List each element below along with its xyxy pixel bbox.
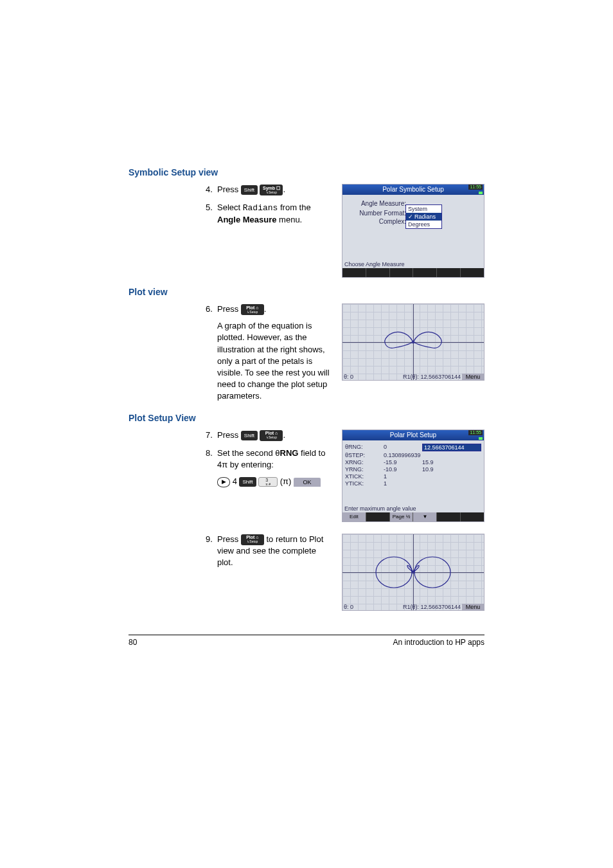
fig1-titlebar: Polar Symbolic Setup 11:55 bbox=[342, 185, 484, 195]
fig3-row: YTICK:1 bbox=[345, 480, 481, 487]
plot-curve-partial bbox=[342, 304, 484, 380]
figure-plot-partial: θ: 0 R1(θ): 12.5663706144 Menu bbox=[342, 303, 484, 381]
fig1-softkeys bbox=[342, 268, 484, 277]
fig4-r1: R1(θ): 12.5663706144 bbox=[353, 604, 462, 610]
key-symb: Symb ☐ ↳Setup bbox=[260, 185, 283, 195]
fig2-theta: θ: 0 bbox=[342, 374, 353, 380]
figure-plot-setup: Polar Plot Setup 11:55 θRNG:012.56637061… bbox=[342, 429, 484, 522]
svg-point-2 bbox=[376, 557, 412, 588]
key-cursor-right-icon: ▶ bbox=[217, 477, 230, 487]
key-plot-9: Plot ⌂ ↳Setup bbox=[241, 534, 264, 545]
fig3-row: YRNG:-10.910.9 bbox=[345, 466, 481, 473]
step-6-para: A graph of the equation is plotted. Howe… bbox=[217, 320, 334, 402]
fig4-menu-button: Menu bbox=[462, 604, 484, 610]
fig3-status: Enter maximum angle value bbox=[342, 505, 484, 512]
page-number: 80 bbox=[129, 638, 137, 647]
fig1-dropdown: System Radians Degrees bbox=[405, 204, 442, 229]
heading-plot-setup-view: Plot Setup View bbox=[129, 413, 484, 423]
key-shift: Shift bbox=[241, 185, 258, 195]
fig3-soft-page: Page ½ bbox=[390, 512, 414, 521]
step-6-num: 6. bbox=[206, 303, 217, 402]
fig1-complex-label: Complex: bbox=[345, 218, 409, 225]
key-plot-7: Plot ⌂ ↳Setup bbox=[260, 430, 283, 441]
key-shift-8: Shift bbox=[239, 477, 256, 487]
heading-plot-view: Plot view bbox=[129, 287, 484, 297]
fig3-row: θRNG:012.5663706144 bbox=[345, 444, 481, 451]
step-4-pre: Press bbox=[217, 185, 241, 194]
step-4: 4. Press Shift Symb ☐ ↳Setup . bbox=[206, 184, 334, 195]
fig1-opt-radians: Radians bbox=[406, 213, 441, 221]
step-5: 5. Select Radians from the Angle Measure… bbox=[206, 202, 334, 226]
page-footer: 80 An introduction to HP apps bbox=[129, 635, 484, 647]
fig1-number-label: Number Format: bbox=[345, 210, 409, 217]
fig3-soft-down-icon: ▼ bbox=[413, 512, 437, 521]
fig3-battery-icon bbox=[479, 437, 483, 440]
svg-point-1 bbox=[414, 557, 450, 588]
step-4-post: . bbox=[283, 185, 285, 194]
fig3-clock: 11:55 bbox=[468, 430, 483, 435]
fig2-r1: R1(θ): 12.5663706144 bbox=[353, 374, 462, 380]
fig3-softkeys: Edit Page ½ ▼ bbox=[342, 512, 484, 521]
seq-pi-paren: (π) bbox=[280, 476, 292, 486]
key-plot-6: Plot ⌂ ↳Setup bbox=[241, 304, 264, 315]
fig4-theta: θ: 0 bbox=[342, 604, 353, 610]
fig1-angle-label: Angle Measure: bbox=[345, 200, 409, 207]
fig1-opt-system: System bbox=[406, 205, 441, 213]
key-3-pi: 3 π # bbox=[258, 477, 278, 487]
step-4-num: 4. bbox=[206, 184, 217, 195]
figure-plot-full: θ: 0 R1(θ): 12.5663706144 Menu bbox=[342, 534, 484, 611]
fig3-soft-edit: Edit bbox=[342, 512, 366, 521]
step-7: 7. Press Shift Plot ⌂ ↳Setup . bbox=[206, 429, 334, 441]
seq-4: 4 bbox=[233, 476, 237, 486]
bold-angle-measure: Angle Measure bbox=[217, 215, 276, 224]
step-8: 8. Set the second θRNG field to 4π by en… bbox=[206, 448, 334, 488]
step-9: 9. Press Plot ⌂ ↳Setup to return to Plot… bbox=[206, 534, 334, 569]
fig3-titlebar: Polar Plot Setup 11:55 bbox=[342, 430, 484, 440]
fig1-opt-degrees: Degrees bbox=[406, 221, 441, 228]
key-shift-7: Shift bbox=[241, 431, 258, 440]
chapter-title: An introduction to HP apps bbox=[393, 638, 484, 647]
fig1-status: Choose Angle Measure bbox=[342, 260, 484, 268]
fig1-clock: 11:55 bbox=[468, 185, 483, 190]
figure-symbolic-setup: Polar Symbolic Setup 11:55 Angle Measure… bbox=[342, 184, 484, 278]
fig1-battery-icon bbox=[479, 192, 483, 194]
step-5-num: 5. bbox=[206, 202, 217, 226]
fig3-row: XRNG:-15.915.9 bbox=[345, 459, 481, 466]
fig2-menu-button: Menu bbox=[462, 374, 484, 380]
fig3-row: θSTEP:0.1308996939 bbox=[345, 452, 481, 458]
plot-curve-full bbox=[342, 534, 484, 610]
softkey-ok: OK bbox=[294, 478, 321, 487]
step-6: 6. Press Plot ⌂ ↳Setup . A graph of the … bbox=[206, 303, 334, 402]
heading-symbolic-setup: Symbolic Setup view bbox=[129, 167, 484, 177]
fig3-row: XTICK:1 bbox=[345, 473, 481, 480]
code-radians: Radians bbox=[243, 203, 278, 213]
